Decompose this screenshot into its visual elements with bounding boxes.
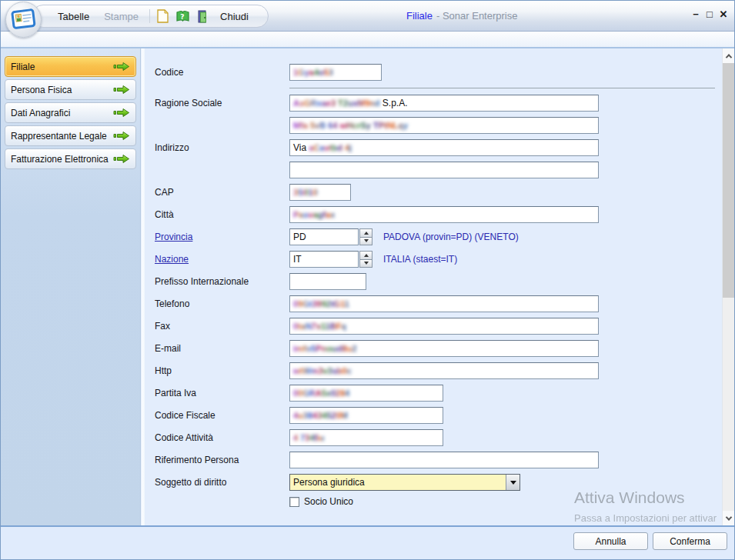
- sidebar-item-persona-fisica[interactable]: Persona Fisica: [5, 79, 136, 100]
- field-row-socio-unico: Socio Unico: [289, 496, 722, 507]
- scroll-down-button[interactable]: [723, 511, 734, 525]
- annulla-button[interactable]: Annulla: [573, 532, 648, 550]
- field-label: Partita Iva: [155, 388, 289, 398]
- chevron-down-icon: [510, 481, 516, 485]
- prefisso-input[interactable]: [289, 273, 366, 290]
- green-arrow-icon: [113, 154, 130, 164]
- sidebar-item-label: Fatturazione Elettronica: [11, 154, 109, 165]
- new-document-icon[interactable]: [157, 9, 169, 23]
- scrollbar-thumb[interactable]: [723, 63, 734, 298]
- spin-up-button[interactable]: [359, 228, 373, 238]
- toolbar-separator: [149, 9, 150, 23]
- sidebar-item-rappresentante-legale[interactable]: Rappresentante Legale: [5, 125, 136, 146]
- citta-input[interactable]: Pasvagfax: [289, 206, 599, 223]
- exit-door-icon[interactable]: [197, 10, 209, 23]
- redacted-value: 09Gt3992tG11: [293, 299, 349, 308]
- id-card-icon: [10, 8, 37, 32]
- content: Filiale Persona Fisica Dati Anagrafici R…: [1, 48, 734, 525]
- fax-input[interactable]: 0taN7x11BFq: [289, 318, 599, 335]
- conferma-button[interactable]: Conferma: [653, 532, 727, 550]
- field-row-fax: Fax 0taN7x11BFq: [155, 318, 722, 335]
- field-row-http: Http wtWm3v3sb0c: [155, 362, 722, 379]
- scroll-up-button[interactable]: [723, 48, 734, 63]
- field-row-codice-fiscale: Codice Fiscale 4u38434520M: [155, 407, 722, 424]
- chevron-down-icon: [725, 514, 731, 520]
- sidebar: Filiale Persona Fisica Dati Anagrafici R…: [1, 48, 140, 525]
- redacted-value: 0taN7x11BFq: [293, 322, 346, 331]
- ragione-sociale-input-1[interactable]: AsGRxae3 T2uxM9nd S.p.A.: [289, 95, 599, 112]
- soggetto-di-diritto-select[interactable]: Persona giuridica: [289, 474, 520, 491]
- window-title-document: Filiale: [406, 10, 433, 22]
- codice-input[interactable]: 1Gya4o53: [289, 64, 382, 81]
- green-arrow-icon: [113, 108, 130, 118]
- field-label: Soggetto di diritto: [155, 477, 289, 488]
- field-label: Prefisso Internazionale: [155, 276, 289, 287]
- menu-tabelle[interactable]: Tabelle: [54, 8, 93, 25]
- redacted-value: 00GRA5x0284: [293, 388, 349, 398]
- maximize-button[interactable]: □: [703, 7, 716, 21]
- spin-down-button[interactable]: [359, 238, 373, 246]
- provincia-input[interactable]: [289, 228, 359, 245]
- nazione-input[interactable]: [289, 251, 359, 268]
- value-suffix: S.p.A.: [379, 98, 407, 108]
- menu-chiudi[interactable]: Chiudi: [216, 8, 252, 25]
- checkbox-label: Socio Unico: [304, 496, 353, 507]
- footer-bar: Annulla Conferma: [1, 525, 734, 559]
- http-input[interactable]: wtWm3v3sb0c: [289, 362, 599, 379]
- socio-unico-checkbox[interactable]: [289, 497, 299, 507]
- field-row-citta: Città Pasvagfax: [155, 206, 722, 223]
- indirizzo-input-2[interactable]: [289, 162, 599, 178]
- telefono-input[interactable]: 09Gt3992tG11: [289, 295, 599, 312]
- sidebar-item-filiale[interactable]: Filiale: [5, 56, 136, 77]
- minimize-button[interactable]: −: [690, 7, 702, 21]
- field-label: Nazione: [155, 254, 289, 265]
- sidebar-item-dati-anagrafici[interactable]: Dati Anagrafici: [5, 102, 136, 123]
- provincia-spinner: [359, 228, 373, 245]
- indirizzo-input-1[interactable]: Via aCavtbd 4j: [289, 139, 599, 156]
- field-row-ragione-sociale-1: Ragione Sociale AsGRxae3 T2uxM9nd S.p.A.: [155, 95, 722, 112]
- window-title-app: - Sonar Enterprise: [436, 10, 518, 22]
- green-arrow-icon: [113, 131, 130, 141]
- close-button[interactable]: ✕: [717, 7, 730, 21]
- redacted-value: aCavtbd 4j: [309, 143, 352, 152]
- field-row-cap: CAP 3S010: [155, 184, 722, 201]
- field-label: Codice Attività: [155, 432, 289, 443]
- field-row-email: E-mail imfo5Pnoud8u2: [155, 340, 722, 357]
- partita-iva-input[interactable]: 00GRA5x0284: [289, 385, 443, 402]
- cap-input[interactable]: 3S010: [289, 184, 351, 201]
- email-input[interactable]: imfo5Pnoud8u2: [289, 340, 599, 357]
- field-row-prefisso: Prefisso Internazionale: [155, 273, 722, 290]
- green-arrow-icon: [113, 62, 130, 72]
- field-label: Indirizzo: [155, 142, 289, 153]
- chevron-up-icon: [725, 54, 731, 60]
- field-label: Città: [155, 209, 289, 220]
- codice-attivita-input[interactable]: 4 7345u: [289, 429, 443, 446]
- spin-down-button[interactable]: [359, 260, 373, 268]
- provincia-link[interactable]: Provincia: [155, 232, 192, 242]
- ragione-sociale-input-2[interactable]: Mfa 5vB 64 wHcrSy TPtNLqy: [289, 117, 599, 134]
- app-logo[interactable]: [5, 2, 42, 38]
- sidebar-item-fatturazione-elettronica[interactable]: Fatturazione Elettronica: [5, 148, 136, 169]
- field-row-nazione: Nazione ITALIA (staest=IT): [155, 251, 722, 268]
- riferimento-persona-input[interactable]: [289, 452, 599, 468]
- menu-stampe[interactable]: Stampe: [100, 8, 142, 25]
- book-icon[interactable]: ?: [175, 10, 190, 23]
- spin-up-button[interactable]: [359, 251, 373, 260]
- field-label: Codice: [155, 67, 289, 78]
- scrollbar-track[interactable]: [723, 298, 734, 511]
- dropdown-button[interactable]: [506, 475, 520, 490]
- svg-text:?: ?: [180, 12, 184, 20]
- redacted-value: imfo5Pnoud8u2: [293, 344, 357, 353]
- green-arrow-icon: [113, 85, 130, 95]
- redacted-value: Pasvagfax: [293, 210, 335, 219]
- toolbar: Tabelle Stampe ?: [32, 5, 269, 28]
- codice-fiscale-input[interactable]: 4u38434520M: [289, 407, 443, 424]
- subheader-strip: [1, 32, 734, 48]
- sidebar-item-label: Rappresentante Legale: [11, 131, 107, 142]
- triangle-up-icon: [364, 232, 369, 235]
- nazione-link[interactable]: Nazione: [155, 254, 189, 265]
- field-label: Fax: [155, 321, 289, 332]
- vertical-scrollbar: [722, 48, 734, 525]
- field-row-indirizzo-1: Indirizzo Via aCavtbd 4j: [155, 139, 722, 156]
- window-controls: − □ ✕: [690, 7, 730, 21]
